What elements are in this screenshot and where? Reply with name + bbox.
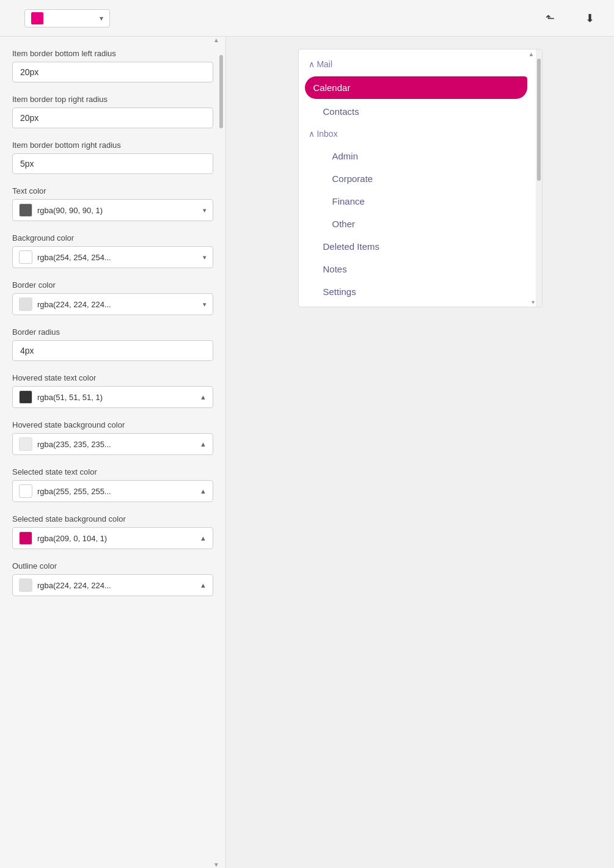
nav-preview-widget: ▲ ∧ MailCalendarContacts∧ InboxAdminCorp…	[298, 49, 543, 307]
field-group-item-border-bottom-right-radius: Item border bottom right radius	[0, 134, 225, 180]
color-chevron-border-color[interactable]: ▾	[203, 301, 206, 308]
scroll-down-indicator[interactable]: ▼	[213, 861, 219, 868]
nav-scrollbar[interactable]	[536, 49, 542, 307]
color-input-wrapper-outline-color[interactable]: rgba(224, 224, 224...▲	[12, 574, 213, 596]
field-label-item-border-bottom-right-radius: Item border bottom right radius	[12, 140, 213, 150]
color-chevron-selected-bg-color[interactable]: ▲	[200, 534, 206, 542]
color-value-hovered-bg-color: rgba(235, 235, 235...	[37, 440, 195, 449]
field-group-outline-color: Outline colorrgba(224, 224, 224...▲	[0, 555, 225, 602]
scroll-up-indicator[interactable]: ▲	[213, 37, 219, 43]
scrollbar-thumb[interactable]	[219, 55, 223, 128]
field-label-text-color: Text color	[12, 186, 213, 195]
color-value-hovered-text-color: rgba(51, 51, 51, 1)	[37, 393, 195, 402]
field-group-border-color: Border colorrgba(224, 224, 224...▾	[0, 274, 225, 321]
color-input-wrapper-selected-bg-color[interactable]: rgba(209, 0, 104, 1)▲	[12, 527, 213, 549]
nav-scroll-up-icon[interactable]: ▲	[527, 49, 536, 59]
color-swatch-outline-color	[19, 578, 32, 592]
field-label-border-radius: Border radius	[12, 327, 213, 337]
nav-item-inbox[interactable]: ∧ Inbox	[299, 123, 533, 145]
field-label-selected-text-color: Selected state text color	[12, 467, 213, 476]
field-group-hovered-text-color: Hovered state text colorrgba(51, 51, 51,…	[0, 367, 225, 414]
field-group-border-radius: Border radius	[0, 321, 225, 367]
field-label-outline-color: Outline color	[12, 561, 213, 571]
nav-item-settings[interactable]: Settings	[299, 280, 533, 303]
import-button[interactable]: ⬑	[539, 8, 565, 29]
scrollbar-track[interactable]	[219, 37, 224, 868]
field-label-item-border-bottom-left-radius: Item border bottom left radius	[12, 49, 213, 58]
nav-list: ∧ MailCalendarContacts∧ InboxAdminCorpor…	[299, 49, 542, 307]
color-value-text-color: rgba(90, 90, 90, 1)	[37, 206, 198, 215]
export-button[interactable]: ⬇	[579, 8, 604, 29]
field-group-text-color: Text colorrgba(90, 90, 90, 1)▾	[0, 180, 225, 227]
color-chevron-hovered-bg-color[interactable]: ▲	[200, 440, 206, 448]
theme-color-swatch	[31, 12, 43, 24]
field-label-background-color: Background color	[12, 233, 213, 243]
color-input-wrapper-hovered-bg-color[interactable]: rgba(235, 235, 235...▲	[12, 433, 213, 455]
nav-item-finance[interactable]: Finance	[299, 190, 533, 213]
color-swatch-hovered-bg-color	[19, 437, 32, 451]
color-value-selected-bg-color: rgba(209, 0, 104, 1)	[37, 534, 195, 543]
theme-select[interactable]: ▾	[24, 9, 110, 27]
nav-item-notes[interactable]: Notes	[299, 258, 533, 280]
color-chevron-hovered-text-color[interactable]: ▲	[200, 393, 206, 401]
main-layout: ▲ Item border bottom left radiusItem bor…	[0, 37, 614, 868]
nav-item-deleted-items[interactable]: Deleted Items	[299, 235, 533, 258]
color-swatch-selected-bg-color	[19, 531, 32, 545]
field-group-selected-text-color: Selected state text colorrgba(255, 255, …	[0, 461, 225, 508]
export-icon: ⬇	[585, 12, 594, 25]
right-panel: ▲ ∧ MailCalendarContacts∧ InboxAdminCorp…	[226, 37, 614, 868]
nav-scroll-down-icon[interactable]: ▾	[530, 297, 536, 307]
color-chevron-background-color[interactable]: ▾	[203, 253, 206, 261]
color-value-outline-color: rgba(224, 224, 224...	[37, 581, 195, 590]
field-input-border-radius[interactable]	[12, 340, 213, 361]
field-group-item-border-top-right-radius: Item border top right radius	[0, 89, 225, 134]
left-panel: ▲ Item border bottom left radiusItem bor…	[0, 37, 226, 868]
nav-item-calendar[interactable]: Calendar	[305, 76, 527, 99]
field-group-selected-bg-color: Selected state background colorrgba(209,…	[0, 508, 225, 555]
color-input-wrapper-background-color[interactable]: rgba(254, 254, 254...▾	[12, 246, 213, 268]
nav-item-other[interactable]: Other	[299, 213, 533, 235]
color-chevron-outline-color[interactable]: ▲	[200, 582, 206, 589]
color-swatch-border-color	[19, 297, 32, 311]
theme-chevron-icon: ▾	[100, 14, 103, 23]
color-value-selected-text-color: rgba(255, 255, 255...	[37, 487, 195, 496]
field-label-hovered-text-color: Hovered state text color	[12, 373, 213, 382]
import-icon: ⬑	[546, 12, 555, 25]
color-input-wrapper-text-color[interactable]: rgba(90, 90, 90, 1)▾	[12, 199, 213, 221]
color-input-wrapper-selected-text-color[interactable]: rgba(255, 255, 255...▲	[12, 480, 213, 502]
field-label-hovered-bg-color: Hovered state background color	[12, 420, 213, 429]
field-group-background-color: Background colorrgba(254, 254, 254...▾	[0, 227, 225, 274]
nav-item-contacts[interactable]: Contacts	[299, 100, 533, 123]
color-swatch-text-color	[19, 203, 32, 217]
nav-item-corporate[interactable]: Corporate	[299, 167, 533, 190]
field-group-hovered-bg-color: Hovered state background colorrgba(235, …	[0, 414, 225, 461]
field-input-item-border-top-right-radius[interactable]	[12, 108, 213, 128]
color-swatch-selected-text-color	[19, 484, 32, 498]
nav-item-admin[interactable]: Admin	[299, 145, 533, 167]
color-chevron-selected-text-color[interactable]: ▲	[200, 487, 206, 495]
field-group-item-border-bottom-left-radius: Item border bottom left radius	[0, 43, 225, 89]
nav-item-mail[interactable]: ∧ Mail	[299, 53, 533, 75]
color-swatch-hovered-text-color	[19, 390, 32, 404]
color-input-wrapper-hovered-text-color[interactable]: rgba(51, 51, 51, 1)▲	[12, 386, 213, 408]
color-value-border-color: rgba(224, 224, 224...	[37, 300, 198, 309]
color-input-wrapper-border-color[interactable]: rgba(224, 224, 224...▾	[12, 293, 213, 315]
color-swatch-background-color	[19, 250, 32, 264]
field-label-item-border-top-right-radius: Item border top right radius	[12, 95, 213, 104]
color-value-background-color: rgba(254, 254, 254...	[37, 253, 198, 262]
color-chevron-text-color[interactable]: ▾	[203, 206, 206, 214]
field-input-item-border-bottom-right-radius[interactable]	[12, 153, 213, 174]
field-label-border-color: Border color	[12, 280, 213, 290]
nav-scrollbar-thumb[interactable]	[537, 59, 541, 181]
toolbar: ▾ ⬑ ⬇	[0, 0, 614, 37]
field-label-selected-bg-color: Selected state background color	[12, 514, 213, 523]
field-input-item-border-bottom-left-radius[interactable]	[12, 62, 213, 82]
